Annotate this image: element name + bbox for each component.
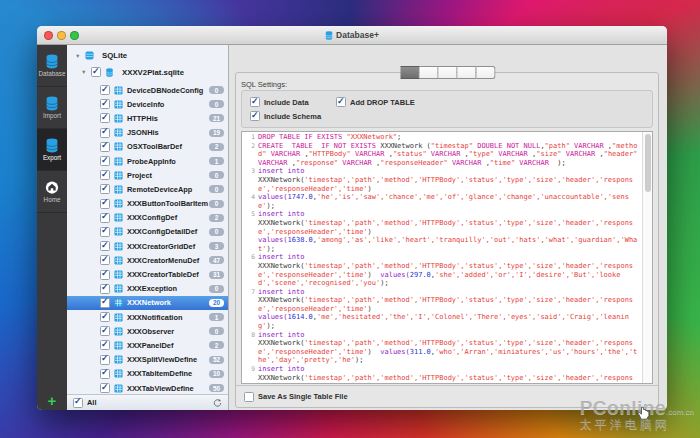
option-include-data[interactable]: Include Data xyxy=(250,97,336,107)
save-single-file-option[interactable]: Save As Single Table File xyxy=(244,392,348,402)
table-row-xxxtabitemdefine[interactable]: XXXTabItemDefine 10 xyxy=(67,367,228,381)
row-checkbox[interactable] xyxy=(100,199,110,209)
option-checkbox[interactable] xyxy=(250,111,260,121)
row-checkbox[interactable] xyxy=(100,85,110,95)
option-include-schema[interactable]: Include Schema xyxy=(250,111,336,121)
tree-root-label: SQLite xyxy=(102,51,127,60)
table-name: XXXButtonToolBarItem xyxy=(127,199,209,208)
table-row-xxxobserver[interactable]: XXXObserver 0 xyxy=(67,324,228,338)
minimize-button[interactable] xyxy=(57,31,66,40)
code-line: 6insert intoXXXNetwork('timestap','path'… xyxy=(244,253,641,287)
sql-preview[interactable]: 1DROP TABLE IF EXISTS "XXXNetwork";2CREA… xyxy=(244,133,641,383)
row-checkbox[interactable] xyxy=(100,227,110,237)
tab-sql[interactable] xyxy=(401,66,420,79)
sidebar-item-export[interactable]: Export xyxy=(37,129,67,171)
sidebar-item-database[interactable]: Database xyxy=(37,45,67,87)
row-count-badge: 3 xyxy=(209,242,224,250)
table-row-xxxtabviewdefine[interactable]: XXXTabViewDefine 50 xyxy=(67,381,228,394)
table-row-xxxcreatorgriddef[interactable]: XXXCreatorGridDef 3 xyxy=(67,239,228,253)
tree-database-row[interactable]: ▼ XXXV2Plat.sqlite xyxy=(67,64,228,80)
code-line: 1DROP TABLE IF EXISTS "XXXNetwork"; xyxy=(244,133,641,142)
table-row-xxxpaneldef[interactable]: XXXPanelDef 2 xyxy=(67,338,228,352)
row-count-badge: 19 xyxy=(209,129,224,137)
row-checkbox[interactable] xyxy=(100,241,110,251)
sidebar-item-home[interactable]: Home xyxy=(37,171,67,213)
tab-json[interactable] xyxy=(420,66,439,79)
table-icon xyxy=(114,341,123,350)
table-row-xxxsplitviewdefine[interactable]: XXXSplitViewDefine 52 xyxy=(67,353,228,367)
table-row-xxxconfigdetaildef[interactable]: XXXConfigDetailDef 0 xyxy=(67,225,228,239)
option-label: Include Schema xyxy=(264,112,321,121)
window-titlebar[interactable]: Database+ xyxy=(37,26,667,45)
table-row-xxxexception[interactable]: XXXException 0 xyxy=(67,282,228,296)
table-icon xyxy=(114,256,123,265)
tab-plist[interactable] xyxy=(477,66,496,79)
row-checkbox[interactable] xyxy=(100,340,110,350)
row-checkbox[interactable] xyxy=(100,369,110,379)
row-checkbox[interactable] xyxy=(100,326,110,336)
tab-xml[interactable] xyxy=(458,66,477,79)
database-icon xyxy=(45,54,59,69)
row-checkbox[interactable] xyxy=(100,170,110,180)
row-checkbox[interactable] xyxy=(100,355,110,365)
table-row-xxxnetwork[interactable]: XXXNetwork 20 xyxy=(67,296,228,310)
row-count-badge: 52 xyxy=(209,356,224,364)
table-row-xxxconfigdef[interactable]: XXXConfigDef 2 xyxy=(67,211,228,225)
row-checkbox[interactable] xyxy=(100,383,110,393)
row-checkbox[interactable] xyxy=(100,284,110,294)
scrollbar-thumb[interactable] xyxy=(645,134,651,192)
table-name: DeviceInfo xyxy=(127,100,209,109)
vertical-scrollbar[interactable] xyxy=(642,132,652,383)
row-count-badge: 1 xyxy=(209,313,224,321)
table-row-probeappinfo[interactable]: ProbeAppInfo 1 xyxy=(67,154,228,168)
sql-preview-area: 1DROP TABLE IF EXISTS "XXXNetwork";2CREA… xyxy=(241,131,653,384)
table-row-xxxnotification[interactable]: XXXNotification 1 xyxy=(67,310,228,324)
sqlite-icon xyxy=(85,51,94,60)
disclosure-triangle-icon[interactable]: ▼ xyxy=(81,69,87,75)
table-row-osxtoolbardef[interactable]: OSXToolBarDef 2 xyxy=(67,140,228,154)
table-icon xyxy=(114,327,123,336)
add-database-button[interactable]: + xyxy=(37,394,67,408)
row-checkbox[interactable] xyxy=(100,156,110,166)
table-row-project[interactable]: Project 0 xyxy=(67,168,228,182)
disclosure-triangle-icon[interactable]: ▼ xyxy=(75,53,81,59)
row-checkbox[interactable] xyxy=(100,298,110,308)
row-checkbox[interactable] xyxy=(100,99,110,109)
row-checkbox[interactable] xyxy=(100,113,110,123)
zoom-button[interactable] xyxy=(70,31,79,40)
code-line: 4values(1747.0,'he','is','saw','chance',… xyxy=(244,193,641,210)
refresh-icon[interactable] xyxy=(213,398,222,408)
table-icon xyxy=(114,270,123,279)
row-checkbox[interactable] xyxy=(100,270,110,280)
table-row-devicedbnodeconfig[interactable]: DeviceDBNodeConfig 0 xyxy=(67,83,228,97)
close-button[interactable] xyxy=(44,31,53,40)
table-row-xxxcreatormenudef[interactable]: XXXCreatorMenuDef 47 xyxy=(67,253,228,267)
tree-root-sqlite[interactable]: ▼ SQLite xyxy=(67,45,228,64)
all-checkbox[interactable] xyxy=(73,398,83,408)
table-name: XXXNotification xyxy=(127,313,209,322)
tab-csv[interactable] xyxy=(439,66,458,79)
row-checkbox[interactable] xyxy=(100,184,110,194)
table-row-xxxcreatortabledef[interactable]: XXXCreatorTableDef 31 xyxy=(67,267,228,281)
option-checkbox[interactable] xyxy=(250,97,260,107)
row-checkbox[interactable] xyxy=(100,213,110,223)
table-list[interactable]: DeviceDBNodeConfig 0 DeviceInfo 0 HTTPHi… xyxy=(67,83,228,394)
table-row-httphis[interactable]: HTTPHis 21 xyxy=(67,111,228,125)
table-row-jsonhis[interactable]: JSONHis 19 xyxy=(67,126,228,140)
row-checkbox[interactable] xyxy=(100,142,110,152)
row-checkbox[interactable] xyxy=(100,128,110,138)
sidebar-item-import[interactable]: Import xyxy=(37,87,67,129)
option-checkbox[interactable] xyxy=(336,97,346,107)
table-name: XXXTabItemDefine xyxy=(127,369,209,378)
table-icon xyxy=(114,86,123,95)
option-add-drop-table[interactable]: Add DROP TABLE xyxy=(336,97,652,107)
database-file-label: XXXV2Plat.sqlite xyxy=(122,68,184,77)
save-single-file-checkbox[interactable] xyxy=(244,392,254,402)
row-checkbox[interactable] xyxy=(100,255,110,265)
table-row-remotedeviceapp[interactable]: RemoteDeviceApp 0 xyxy=(67,182,228,196)
table-row-deviceinfo[interactable]: DeviceInfo 0 xyxy=(67,97,228,111)
sidebar-item-label: Import xyxy=(43,112,61,119)
table-row-xxxbuttontoolbaritem[interactable]: XXXButtonToolBarItem 0 xyxy=(67,197,228,211)
database-checkbox[interactable] xyxy=(91,67,101,77)
row-checkbox[interactable] xyxy=(100,312,110,322)
